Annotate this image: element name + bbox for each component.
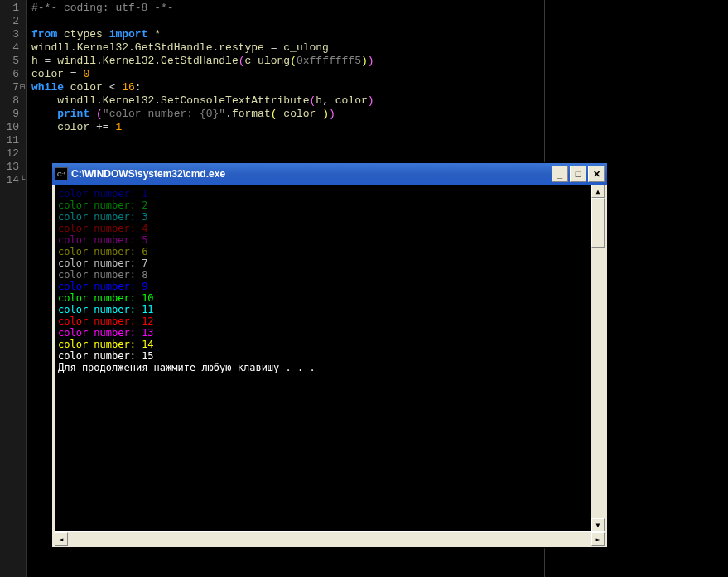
line-number: 12 bbox=[2, 147, 19, 161]
code-token: . bbox=[96, 55, 103, 67]
line-number: 6 bbox=[2, 68, 19, 81]
code-token: ctypes bbox=[64, 28, 103, 41]
line-number: 4 bbox=[2, 41, 19, 55]
line-number: 14 bbox=[2, 174, 19, 187]
window-controls: _ □ ✕ bbox=[552, 166, 605, 182]
code-token: = bbox=[64, 68, 83, 80]
maximize-button[interactable]: □ bbox=[570, 166, 586, 182]
cmd-app-icon: C:\ bbox=[55, 167, 68, 180]
code-token: h bbox=[316, 94, 322, 107]
fold-marker-icon[interactable]: ⊟ bbox=[20, 81, 25, 94]
code-line[interactable]: ⊟while color < 16: bbox=[31, 81, 723, 94]
console-line: color number: 6 bbox=[58, 246, 601, 257]
code-token: . bbox=[154, 55, 161, 67]
code-token: , bbox=[322, 94, 335, 107]
code-line[interactable] bbox=[31, 15, 723, 28]
scroll-up-button[interactable]: ▲ bbox=[591, 185, 605, 198]
horizontal-scrollbar[interactable]: ◄ ► bbox=[55, 531, 605, 545]
code-token: : bbox=[135, 81, 142, 94]
code-line[interactable]: #-*- coding: utf-8 -*- bbox=[31, 2, 723, 15]
fold-marker-icon[interactable]: └ bbox=[20, 174, 25, 187]
code-token: 0xfffffff5 bbox=[297, 55, 361, 67]
console-line: color number: 11 bbox=[58, 304, 601, 315]
console-line: color number: 4 bbox=[58, 223, 601, 234]
console-line: color number: 14 bbox=[58, 339, 601, 350]
line-number: 9 bbox=[2, 108, 19, 121]
console-line: color number: 8 bbox=[58, 269, 601, 281]
minimize-button[interactable]: _ bbox=[552, 166, 568, 182]
code-line[interactable]: from ctypes import * bbox=[31, 28, 723, 41]
code-token: ) bbox=[368, 94, 374, 107]
code-token: GetStdHandle bbox=[135, 41, 213, 54]
code-token: color bbox=[57, 121, 89, 133]
code-token: windll bbox=[57, 94, 96, 107]
code-token: color bbox=[335, 94, 368, 107]
code-line[interactable] bbox=[31, 147, 723, 161]
scroll-thumb-vertical[interactable] bbox=[591, 198, 605, 248]
code-token: windll bbox=[57, 55, 96, 67]
console-content: color number: 1color number: 2color numb… bbox=[58, 188, 601, 373]
code-token: ) bbox=[322, 108, 329, 120]
line-number: 7 bbox=[2, 81, 19, 94]
code-token: = bbox=[264, 41, 283, 54]
code-token bbox=[103, 28, 109, 41]
code-line[interactable]: print ("color number: {0}".format( color… bbox=[31, 108, 723, 121]
console-line: color number: 5 bbox=[58, 234, 601, 246]
code-token: += bbox=[89, 121, 115, 133]
code-token: * bbox=[147, 28, 161, 41]
code-token: Kernel32 bbox=[103, 94, 154, 107]
vertical-scrollbar[interactable]: ▲ ▼ bbox=[591, 185, 605, 531]
console-line: color number: 13 bbox=[58, 327, 601, 339]
console-line: color number: 12 bbox=[58, 315, 601, 327]
window-title: C:\WINDOWS\system32\cmd.exe bbox=[71, 168, 552, 180]
code-token: color bbox=[277, 108, 323, 120]
line-number: 8 bbox=[2, 94, 19, 108]
code-line[interactable]: windll.Kernel32.SetConsoleTextAttribute(… bbox=[31, 94, 723, 108]
line-number: 1 bbox=[2, 2, 19, 15]
scroll-track-vertical[interactable] bbox=[591, 198, 605, 518]
code-token: 16 bbox=[122, 81, 135, 94]
code-token: c_ulong bbox=[283, 41, 329, 54]
code-token: . bbox=[96, 94, 103, 107]
line-number: 10 bbox=[2, 121, 19, 134]
scroll-down-button[interactable]: ▼ bbox=[591, 518, 605, 531]
code-token: 1 bbox=[115, 121, 122, 133]
code-line[interactable]: color += 1 bbox=[31, 121, 723, 134]
scroll-track-horizontal[interactable] bbox=[68, 532, 591, 545]
code-token bbox=[89, 108, 96, 120]
titlebar[interactable]: C:\ C:\WINDOWS\system32\cmd.exe _ □ ✕ bbox=[52, 163, 607, 185]
code-token: . bbox=[70, 41, 77, 54]
code-line[interactable]: color = 0 bbox=[31, 68, 723, 81]
close-button[interactable]: ✕ bbox=[588, 166, 605, 182]
console-output[interactable]: color number: 1color number: 2color numb… bbox=[55, 185, 605, 531]
code-token: c_ulong bbox=[245, 55, 291, 67]
console-line: color number: 10 bbox=[58, 292, 601, 304]
code-token: "color number: {0}" bbox=[103, 108, 225, 120]
line-number: 3 bbox=[2, 28, 19, 41]
line-number: 11 bbox=[2, 134, 19, 147]
console-prompt: Для продолжения нажмите любую клавишу . … bbox=[58, 362, 601, 373]
scroll-left-button[interactable]: ◄ bbox=[55, 532, 68, 546]
console-line: color number: 9 bbox=[58, 281, 601, 292]
code-token: h bbox=[31, 55, 38, 67]
code-token: ) bbox=[361, 55, 368, 67]
code-token: 0 bbox=[83, 68, 89, 80]
console-line: color number: 2 bbox=[58, 200, 601, 211]
code-token: ( bbox=[96, 108, 103, 120]
code-token: format bbox=[232, 108, 271, 120]
code-line[interactable]: h = windll.Kernel32.GetStdHandle(c_ulong… bbox=[31, 55, 723, 68]
code-token: . bbox=[128, 41, 135, 54]
code-token: = bbox=[38, 55, 57, 67]
code-token: while bbox=[31, 81, 64, 94]
line-number: 2 bbox=[2, 15, 19, 28]
code-line[interactable] bbox=[31, 134, 723, 147]
console-line: color number: 3 bbox=[58, 211, 601, 223]
code-token: ( bbox=[290, 55, 297, 67]
code-line[interactable]: windll.Kernel32.GetStdHandle.restype = c… bbox=[31, 41, 723, 55]
line-number: 5 bbox=[2, 55, 19, 68]
code-token: SetConsoleTextAttribute bbox=[161, 94, 309, 107]
console-line: color number: 1 bbox=[58, 188, 601, 200]
code-token: windll bbox=[31, 41, 70, 54]
scroll-right-button[interactable]: ► bbox=[591, 532, 605, 546]
code-token: . bbox=[154, 94, 161, 107]
